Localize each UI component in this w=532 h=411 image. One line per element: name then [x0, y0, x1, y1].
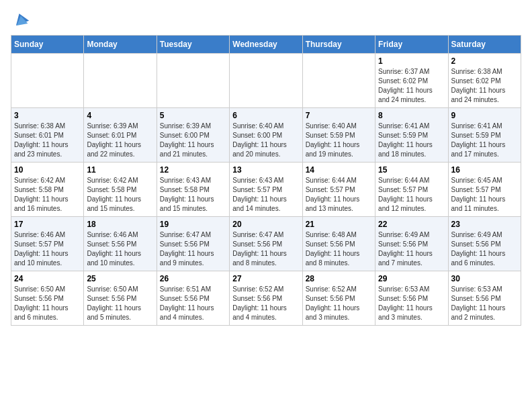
day-info: Sunrise: 6:37 AMSunset: 6:02 PMDaylight:…: [378, 67, 445, 105]
day-number: 24: [14, 274, 81, 283]
day-info: Sunrise: 6:53 AMSunset: 5:56 PMDaylight:…: [451, 285, 518, 322]
day-info: Sunrise: 6:48 AMSunset: 5:56 PMDaylight:…: [306, 230, 372, 268]
day-info: Sunrise: 6:50 AMSunset: 5:56 PMDaylight:…: [14, 285, 81, 322]
day-cell: 12Sunrise: 6:43 AMSunset: 5:58 PMDayligh…: [157, 163, 229, 217]
day-cell: [230, 54, 302, 108]
calendar: SundayMondayTuesdayWednesdayThursdayFrid…: [11, 35, 521, 326]
day-number: 8: [378, 111, 445, 120]
day-cell: 10Sunrise: 6:42 AMSunset: 5:58 PMDayligh…: [11, 163, 84, 217]
weekday-header-row: SundayMondayTuesdayWednesdayThursdayFrid…: [11, 36, 521, 54]
day-number: 13: [232, 165, 299, 175]
day-cell: 2Sunrise: 6:38 AMSunset: 6:02 PMDaylight…: [448, 54, 521, 108]
day-cell: 24Sunrise: 6:50 AMSunset: 5:56 PMDayligh…: [11, 271, 84, 326]
day-number: 21: [306, 220, 372, 229]
day-number: 28: [306, 274, 372, 283]
day-cell: 13Sunrise: 6:43 AMSunset: 5:57 PMDayligh…: [230, 163, 302, 217]
day-cell: 21Sunrise: 6:48 AMSunset: 5:56 PMDayligh…: [302, 217, 375, 271]
day-cell: 30Sunrise: 6:53 AMSunset: 5:56 PMDayligh…: [448, 271, 521, 326]
day-info: Sunrise: 6:42 AMSunset: 5:58 PMDaylight:…: [14, 176, 81, 214]
day-number: 11: [87, 165, 153, 175]
week-row-2: 3Sunrise: 6:38 AMSunset: 6:01 PMDaylight…: [11, 108, 521, 163]
day-info: Sunrise: 6:39 AMSunset: 6:01 PMDaylight:…: [87, 122, 153, 159]
day-number: 5: [160, 111, 226, 120]
day-cell: 23Sunrise: 6:49 AMSunset: 5:56 PMDayligh…: [448, 217, 521, 271]
day-number: 27: [232, 274, 299, 283]
day-info: Sunrise: 6:50 AMSunset: 5:56 PMDaylight:…: [87, 285, 153, 322]
day-cell: 6Sunrise: 6:40 AMSunset: 6:00 PMDaylight…: [230, 108, 302, 163]
weekday-header-saturday: Saturday: [448, 36, 521, 54]
day-cell: 20Sunrise: 6:47 AMSunset: 5:56 PMDayligh…: [230, 217, 302, 271]
day-number: 23: [451, 220, 518, 229]
day-cell: 5Sunrise: 6:39 AMSunset: 6:00 PMDaylight…: [157, 108, 229, 163]
day-cell: 4Sunrise: 6:39 AMSunset: 6:01 PMDaylight…: [84, 108, 157, 163]
day-info: Sunrise: 6:41 AMSunset: 5:59 PMDaylight:…: [451, 122, 518, 159]
day-number: 12: [160, 165, 226, 175]
day-info: Sunrise: 6:38 AMSunset: 6:02 PMDaylight:…: [451, 67, 518, 105]
week-row-3: 10Sunrise: 6:42 AMSunset: 5:58 PMDayligh…: [11, 163, 521, 217]
day-number: 2: [451, 56, 518, 66]
day-number: 3: [14, 111, 81, 120]
day-number: 7: [306, 111, 372, 120]
day-cell: 28Sunrise: 6:52 AMSunset: 5:56 PMDayligh…: [302, 271, 375, 326]
day-cell: 19Sunrise: 6:47 AMSunset: 5:56 PMDayligh…: [157, 217, 229, 271]
day-number: 4: [87, 111, 153, 120]
day-cell: 16Sunrise: 6:45 AMSunset: 5:57 PMDayligh…: [448, 163, 521, 217]
day-info: Sunrise: 6:39 AMSunset: 6:00 PMDaylight:…: [160, 122, 226, 159]
week-row-4: 17Sunrise: 6:46 AMSunset: 5:57 PMDayligh…: [11, 217, 521, 271]
day-cell: 7Sunrise: 6:40 AMSunset: 5:59 PMDaylight…: [302, 108, 375, 163]
day-cell: 11Sunrise: 6:42 AMSunset: 5:58 PMDayligh…: [84, 163, 157, 217]
day-info: Sunrise: 6:40 AMSunset: 5:59 PMDaylight:…: [306, 122, 372, 159]
weekday-header-thursday: Thursday: [302, 36, 375, 54]
day-number: 30: [451, 274, 518, 283]
day-number: 25: [87, 274, 153, 283]
logo-icon: [12, 11, 31, 30]
day-number: 17: [14, 220, 81, 229]
weekday-header-sunday: Sunday: [11, 36, 84, 54]
day-cell: [157, 54, 229, 108]
day-cell: 8Sunrise: 6:41 AMSunset: 5:59 PMDaylight…: [375, 108, 448, 163]
day-info: Sunrise: 6:44 AMSunset: 5:57 PMDaylight:…: [306, 176, 372, 214]
day-cell: 14Sunrise: 6:44 AMSunset: 5:57 PMDayligh…: [302, 163, 375, 217]
day-number: 16: [451, 165, 518, 175]
day-info: Sunrise: 6:43 AMSunset: 5:57 PMDaylight:…: [232, 176, 299, 214]
day-number: 1: [378, 56, 445, 66]
day-cell: 1Sunrise: 6:37 AMSunset: 6:02 PMDaylight…: [375, 54, 448, 108]
day-cell: 18Sunrise: 6:46 AMSunset: 5:56 PMDayligh…: [84, 217, 157, 271]
day-number: 18: [87, 220, 153, 229]
day-cell: 22Sunrise: 6:49 AMSunset: 5:56 PMDayligh…: [375, 217, 448, 271]
day-number: 22: [378, 220, 445, 229]
day-info: Sunrise: 6:41 AMSunset: 5:59 PMDaylight:…: [378, 122, 445, 159]
day-cell: 9Sunrise: 6:41 AMSunset: 5:59 PMDaylight…: [448, 108, 521, 163]
weekday-header-friday: Friday: [375, 36, 448, 54]
day-info: Sunrise: 6:51 AMSunset: 5:56 PMDaylight:…: [160, 285, 226, 322]
day-number: 9: [451, 111, 518, 120]
day-info: Sunrise: 6:47 AMSunset: 5:56 PMDaylight:…: [232, 230, 299, 268]
header: [11, 11, 521, 30]
day-info: Sunrise: 6:38 AMSunset: 6:01 PMDaylight:…: [14, 122, 81, 159]
day-info: Sunrise: 6:42 AMSunset: 5:58 PMDaylight:…: [87, 176, 153, 214]
day-cell: 25Sunrise: 6:50 AMSunset: 5:56 PMDayligh…: [84, 271, 157, 326]
day-number: 15: [378, 165, 445, 175]
week-row-5: 24Sunrise: 6:50 AMSunset: 5:56 PMDayligh…: [11, 271, 521, 326]
day-number: 14: [306, 165, 372, 175]
day-cell: [84, 54, 157, 108]
weekday-header-wednesday: Wednesday: [230, 36, 302, 54]
day-info: Sunrise: 6:47 AMSunset: 5:56 PMDaylight:…: [160, 230, 226, 268]
weekday-header-monday: Monday: [84, 36, 157, 54]
day-number: 19: [160, 220, 226, 229]
day-cell: [302, 54, 375, 108]
day-info: Sunrise: 6:52 AMSunset: 5:56 PMDaylight:…: [232, 285, 299, 322]
day-info: Sunrise: 6:40 AMSunset: 6:00 PMDaylight:…: [232, 122, 299, 159]
logo: [11, 11, 31, 30]
day-number: 26: [160, 274, 226, 283]
day-info: Sunrise: 6:44 AMSunset: 5:57 PMDaylight:…: [378, 176, 445, 214]
day-cell: 15Sunrise: 6:44 AMSunset: 5:57 PMDayligh…: [375, 163, 448, 217]
day-cell: 3Sunrise: 6:38 AMSunset: 6:01 PMDaylight…: [11, 108, 84, 163]
week-row-1: 1Sunrise: 6:37 AMSunset: 6:02 PMDaylight…: [11, 54, 521, 108]
day-number: 20: [232, 220, 299, 229]
day-info: Sunrise: 6:43 AMSunset: 5:58 PMDaylight:…: [160, 176, 226, 214]
weekday-header-tuesday: Tuesday: [157, 36, 229, 54]
day-info: Sunrise: 6:49 AMSunset: 5:56 PMDaylight:…: [451, 230, 518, 268]
day-number: 10: [14, 165, 81, 175]
day-cell: 17Sunrise: 6:46 AMSunset: 5:57 PMDayligh…: [11, 217, 84, 271]
